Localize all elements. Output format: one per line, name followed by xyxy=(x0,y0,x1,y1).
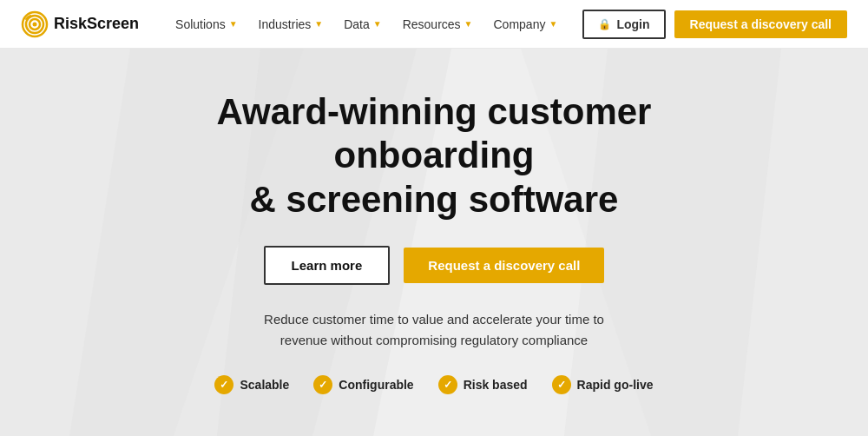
nav-item-company[interactable]: Company ▼ xyxy=(485,10,567,38)
hero-title-line2: & screening software xyxy=(250,179,619,220)
badge-rapid-go-live-label: Rapid go-live xyxy=(577,378,654,392)
subtitle-line1: Reduce customer time to value and accele… xyxy=(264,312,604,327)
learn-more-button[interactable]: Learn more xyxy=(264,246,391,285)
nav-item-industries[interactable]: Industries ▼ xyxy=(250,10,332,38)
login-label: Login xyxy=(616,17,649,31)
check-icon: ✓ xyxy=(552,375,571,394)
logo-icon xyxy=(21,10,49,38)
nav-actions: 🔒 Login Request a discovery call xyxy=(582,10,847,39)
badge-configurable: ✓ Configurable xyxy=(313,375,413,394)
hero-title: Award-winning customer onboarding & scre… xyxy=(139,90,729,221)
chevron-down-icon: ▼ xyxy=(373,19,382,29)
hero-subtitle: Reduce customer time to value and accele… xyxy=(264,309,604,351)
badge-configurable-label: Configurable xyxy=(339,378,413,392)
logo[interactable]: RiskScreen xyxy=(21,10,139,38)
check-icon: ✓ xyxy=(214,375,233,394)
nav-company-label: Company xyxy=(494,17,546,31)
hero-discovery-label: Request a discovery call xyxy=(428,258,580,273)
login-button[interactable]: 🔒 Login xyxy=(582,10,665,39)
check-icon: ✓ xyxy=(438,375,457,394)
lock-icon: 🔒 xyxy=(598,18,611,30)
chevron-down-icon: ▼ xyxy=(314,19,323,29)
badge-risk-based: ✓ Risk based xyxy=(438,375,528,394)
learn-more-label: Learn more xyxy=(292,258,363,273)
nav-discovery-call-button[interactable]: Request a discovery call xyxy=(674,10,847,38)
nav-item-data[interactable]: Data ▼ xyxy=(335,10,390,38)
svg-point-3 xyxy=(33,22,37,26)
nav-solutions-label: Solutions xyxy=(175,17,226,31)
hero-content: Award-winning customer onboarding & scre… xyxy=(139,90,729,394)
hero-discovery-call-button[interactable]: Request a discovery call xyxy=(404,248,604,283)
nav-resources-label: Resources xyxy=(403,17,461,31)
logo-text: RiskScreen xyxy=(54,15,139,33)
badge-rapid-go-live: ✓ Rapid go-live xyxy=(552,375,654,394)
hero-title-line1: Award-winning customer onboarding xyxy=(217,91,652,175)
navbar: RiskScreen Solutions ▼ Industries ▼ Data… xyxy=(0,0,868,49)
chevron-down-icon: ▼ xyxy=(464,19,473,29)
nav-links: Solutions ▼ Industries ▼ Data ▼ Resource… xyxy=(167,10,582,38)
chevron-down-icon: ▼ xyxy=(229,19,238,29)
hero-section: Award-winning customer onboarding & scre… xyxy=(0,49,868,436)
nav-discovery-label: Request a discovery call xyxy=(690,17,832,31)
hero-buttons: Learn more Request a discovery call xyxy=(264,246,605,285)
check-icon: ✓ xyxy=(313,375,332,394)
nav-item-resources[interactable]: Resources ▼ xyxy=(394,10,482,38)
subtitle-line2: revenue without compromising regulatory … xyxy=(280,333,588,347)
nav-item-solutions[interactable]: Solutions ▼ xyxy=(167,10,247,38)
chevron-down-icon: ▼ xyxy=(549,19,557,29)
badge-scalable: ✓ Scalable xyxy=(214,375,289,394)
nav-industries-label: Industries xyxy=(259,17,312,31)
nav-data-label: Data xyxy=(344,17,370,31)
hero-badges: ✓ Scalable ✓ Configurable ✓ Risk based ✓… xyxy=(214,375,653,394)
badge-risk-based-label: Risk based xyxy=(464,378,528,392)
badge-scalable-label: Scalable xyxy=(240,378,289,392)
